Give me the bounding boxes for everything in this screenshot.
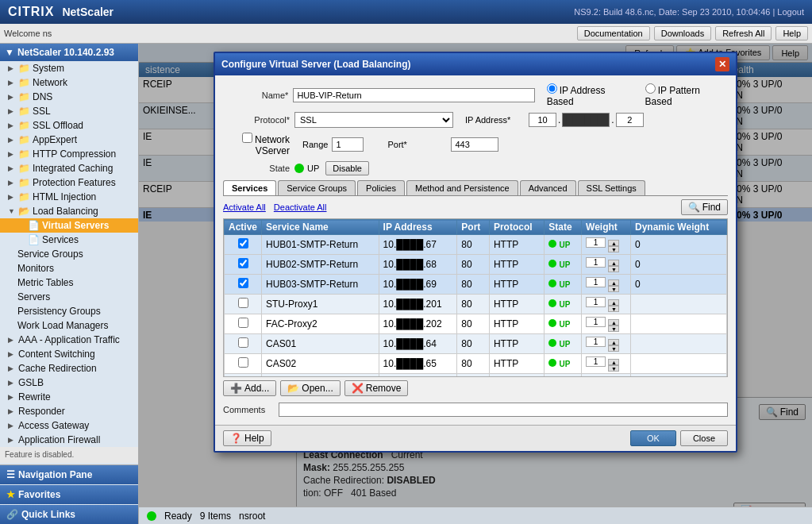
weight-input[interactable] bbox=[586, 237, 606, 248]
network-vserver-checkbox[interactable] bbox=[242, 133, 252, 143]
tab-policies[interactable]: Policies bbox=[357, 180, 405, 195]
tab-services[interactable]: Services bbox=[223, 180, 276, 195]
spin-up[interactable]: ▲ bbox=[608, 359, 619, 365]
services-table-container[interactable]: Active Service Name IP Address Port Prot… bbox=[223, 218, 728, 377]
service-name-cell: CAS03 bbox=[262, 374, 379, 378]
weight-input[interactable] bbox=[586, 257, 606, 268]
sidebar-item-servers[interactable]: Servers bbox=[0, 290, 138, 304]
sidebar-item-system[interactable]: ▶ 📁 System bbox=[0, 61, 138, 75]
ip-seg-3[interactable] bbox=[616, 113, 644, 127]
sidebar-item-load-balancing[interactable]: ▼ 📂 Load Balancing bbox=[0, 204, 138, 218]
active-checkbox[interactable] bbox=[238, 238, 248, 249]
sidebar-item-virtual-servers[interactable]: 📄 Virtual Servers bbox=[0, 218, 138, 233]
active-checkbox[interactable] bbox=[238, 357, 248, 368]
tab-service-groups[interactable]: Service Groups bbox=[278, 180, 356, 195]
sidebar-item-responder[interactable]: ▶ Responder bbox=[0, 404, 138, 418]
ip-address-based-radio[interactable] bbox=[547, 83, 557, 94]
weight-input[interactable] bbox=[586, 337, 606, 347]
spin-down[interactable]: ▼ bbox=[608, 286, 619, 292]
spin-up[interactable]: ▲ bbox=[608, 299, 619, 306]
sidebar-item-cache-redirection[interactable]: ▶ Cache Redirection bbox=[0, 361, 138, 376]
ip-seg-2[interactable] bbox=[562, 113, 610, 127]
spin-down[interactable]: ▼ bbox=[608, 246, 619, 252]
expand-icon: ▶ bbox=[8, 64, 16, 72]
modal-close-button[interactable]: ✕ bbox=[715, 57, 729, 71]
spin-down[interactable]: ▼ bbox=[608, 266, 619, 272]
remove-button[interactable]: ❌ Remove bbox=[344, 380, 409, 396]
modal-help-button[interactable]: ❓ Help bbox=[223, 430, 271, 446]
spin-down[interactable]: ▼ bbox=[608, 345, 619, 352]
spin-up[interactable]: ▲ bbox=[608, 240, 619, 246]
sidebar-item-ssl[interactable]: ▶ 📁 SSL bbox=[0, 104, 138, 118]
find-services-button[interactable]: 🔍 Find bbox=[681, 199, 728, 215]
close-button[interactable]: Close bbox=[680, 430, 728, 446]
sidebar-item-html-injection[interactable]: ▶ 📁 HTML Injection bbox=[0, 190, 138, 204]
sidebar-item-aaa[interactable]: ▶ AAA - Application Traffic bbox=[0, 333, 138, 347]
tab-ssl-settings[interactable]: SSL Settings bbox=[578, 180, 645, 195]
sidebar-item-work-load-managers[interactable]: Work Load Managers bbox=[0, 318, 138, 333]
spin-up[interactable]: ▲ bbox=[608, 339, 619, 345]
spin-down[interactable]: ▼ bbox=[608, 326, 619, 332]
help-button[interactable]: Help bbox=[775, 26, 808, 40]
network-vserver-label[interactable]: Network VServer bbox=[223, 133, 294, 156]
port-input[interactable] bbox=[451, 137, 498, 152]
weight-input[interactable] bbox=[586, 356, 606, 367]
ip-pattern-based-radio-label[interactable]: IP Pattern Based bbox=[645, 83, 728, 107]
active-checkbox[interactable] bbox=[238, 318, 248, 328]
sidebar-item-access-gateway[interactable]: ▶ Access Gateway bbox=[0, 418, 138, 433]
deactivate-all-button[interactable]: Deactivate All bbox=[274, 202, 327, 212]
sidebar-item-ssl-offload[interactable]: ▶ 📁 SSL Offload bbox=[0, 118, 138, 133]
ip-address-based-radio-label[interactable]: IP Address Based bbox=[547, 83, 633, 107]
sidebar-item-rewrite[interactable]: ▶ Rewrite bbox=[0, 390, 138, 404]
ip-seg-1[interactable] bbox=[529, 113, 556, 127]
range-input[interactable] bbox=[332, 137, 364, 152]
sidebar-item-appexpert[interactable]: ▶ 📁 AppExpert bbox=[0, 133, 138, 147]
weight-input[interactable] bbox=[586, 277, 606, 287]
sidebar-item-service-groups[interactable]: Service Groups bbox=[0, 247, 138, 261]
sidebar-item-protection-features[interactable]: ▶ 📁 Protection Features bbox=[0, 175, 138, 190]
name-input[interactable] bbox=[293, 88, 534, 102]
activate-all-button[interactable]: Activate All bbox=[223, 202, 266, 212]
ip-pattern-based-radio[interactable] bbox=[645, 83, 656, 94]
open-button[interactable]: 📂 Open... bbox=[280, 380, 340, 396]
spin-down[interactable]: ▼ bbox=[608, 306, 619, 312]
favorites-button[interactable]: ★ Favorites bbox=[0, 485, 138, 504]
ok-button[interactable]: OK bbox=[630, 430, 676, 446]
comments-input[interactable] bbox=[279, 403, 728, 417]
active-checkbox[interactable] bbox=[238, 337, 248, 348]
refresh-all-button[interactable]: Refresh All bbox=[715, 26, 772, 40]
weight-input[interactable] bbox=[586, 297, 606, 307]
sidebar-item-monitors[interactable]: Monitors bbox=[0, 261, 138, 275]
sidebar-item-dns[interactable]: ▶ 📁 DNS bbox=[0, 90, 138, 104]
disable-button[interactable]: Disable bbox=[325, 161, 369, 175]
spin-up[interactable]: ▲ bbox=[608, 260, 619, 266]
weight-input[interactable] bbox=[586, 317, 606, 327]
sidebar-item-content-switching[interactable]: ▶ Content Switching bbox=[0, 347, 138, 361]
active-checkbox[interactable] bbox=[238, 258, 248, 268]
spin-up[interactable]: ▲ bbox=[608, 279, 619, 286]
active-cell bbox=[225, 354, 262, 374]
quick-links-button[interactable]: 🔗 Quick Links bbox=[0, 505, 138, 524]
sidebar-item-integrated-caching[interactable]: ▶ 📁 Integrated Caching bbox=[0, 161, 138, 175]
sidebar-item-persistency-groups[interactable]: Persistency Groups bbox=[0, 304, 138, 318]
sidebar-item-services[interactable]: 📄 Services bbox=[0, 233, 138, 247]
tab-advanced[interactable]: Advanced bbox=[520, 180, 576, 195]
sidebar-item-gslb[interactable]: ▶ GSLB bbox=[0, 376, 138, 390]
folder-icon: 📄 bbox=[28, 220, 40, 231]
active-checkbox[interactable] bbox=[238, 278, 248, 288]
downloads-button[interactable]: Downloads bbox=[654, 26, 711, 40]
weight-input[interactable] bbox=[586, 376, 606, 377]
spin-down[interactable]: ▼ bbox=[608, 365, 619, 372]
sidebar-item-application-firewall[interactable]: ▶ Application Firewall bbox=[0, 433, 138, 447]
protocol-select[interactable]: SSL HTTP TCP bbox=[294, 112, 453, 128]
documentation-button[interactable]: Documentation bbox=[577, 26, 650, 40]
build-info: NS9.2: Build 48.6.nc, Date: Sep 23 2010,… bbox=[574, 7, 804, 17]
tab-method-persistence[interactable]: Method and Persistence bbox=[406, 180, 518, 195]
spin-up[interactable]: ▲ bbox=[608, 319, 619, 326]
active-checkbox[interactable] bbox=[238, 298, 248, 308]
navigation-pane-button[interactable]: ☰ Navigation Pane bbox=[0, 465, 138, 484]
sidebar-item-http-compression[interactable]: ▶ 📁 HTTP Compression bbox=[0, 147, 138, 161]
sidebar-item-network[interactable]: ▶ 📁 Network bbox=[0, 75, 138, 90]
add-button[interactable]: ➕ Add... bbox=[223, 380, 276, 396]
sidebar-item-metric-tables[interactable]: Metric Tables bbox=[0, 275, 138, 290]
